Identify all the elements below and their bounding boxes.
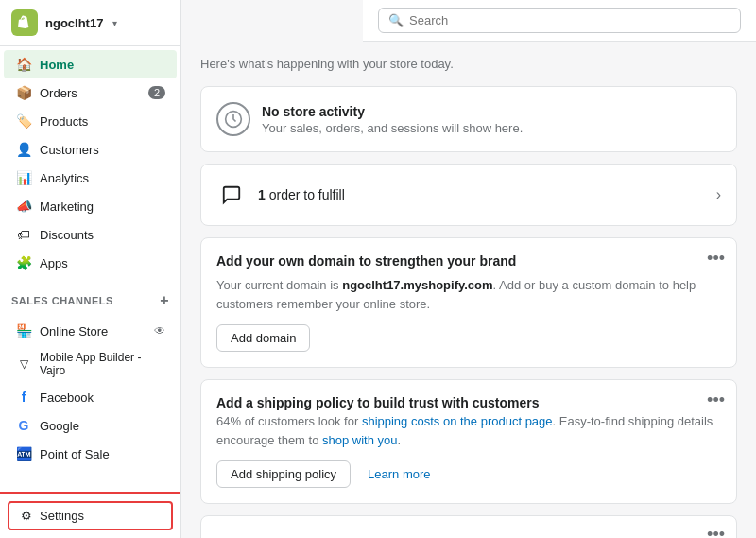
domain-card-title: Add your own domain to strengthen your b… [216, 253, 721, 269]
store-name: ngoclht17 [45, 16, 103, 30]
orders-icon: 📦 [15, 84, 32, 101]
order-chevron-icon: › [716, 186, 721, 203]
shipping-costs-link[interactable]: shipping costs on the product page [362, 414, 553, 428]
sales-channels-title: Sales channels [11, 295, 113, 306]
sidebar-item-orders[interactable]: 📦 Orders 2 [4, 78, 177, 107]
sidebar-item-products[interactable]: 🏷️ Products [4, 107, 177, 135]
shipping-card-desc: 64% of customers look for shipping costs… [216, 412, 721, 449]
sidebar-label-google: Google [40, 419, 165, 433]
sidebar-label-mobile-app: Mobile App Builder - Vajro [40, 351, 165, 377]
sidebar-item-home[interactable]: 🏠 Home [4, 50, 177, 78]
add-channel-icon[interactable]: + [160, 292, 169, 309]
sidebar-item-google[interactable]: G Google [4, 411, 177, 440]
sidebar-item-apps[interactable]: 🧩 Apps [4, 249, 177, 277]
activity-spinner-icon [216, 102, 250, 136]
main-content: Here's what's happening with your store … [181, 42, 756, 538]
main-nav: 🏠 Home 📦 Orders 2 🏷️ Products 👤 Customer… [0, 46, 180, 281]
bottom-card-menu-icon[interactable]: ••• [707, 526, 725, 538]
domain-name: ngoclht17.myshopify.com [342, 278, 492, 292]
customers-icon: 👤 [15, 141, 32, 158]
products-icon: 🏷️ [15, 113, 32, 130]
learn-more-link[interactable]: Learn more [358, 461, 439, 487]
sidebar-item-mobile-app[interactable]: ▽ Mobile App Builder - Vajro [4, 345, 177, 383]
shipping-desc-prefix: 64% of customers look for [216, 414, 362, 428]
sidebar-label-marketing: Marketing [40, 200, 165, 214]
analytics-icon: 📊 [15, 169, 32, 186]
sidebar-footer: ⚙ Settings [0, 492, 180, 538]
shipping-desc-suffix: . [398, 433, 402, 447]
sidebar-label-home: Home [40, 58, 165, 72]
sidebar-label-products: Products [40, 114, 165, 129]
sidebar-item-customers[interactable]: 👤 Customers [4, 135, 177, 164]
sales-channels-section: Sales channels + [0, 281, 180, 313]
order-fulfill-text: 1 order to fulfill [258, 187, 705, 202]
domain-card-menu-icon[interactable]: ••• [707, 250, 725, 267]
discounts-icon: 🏷 [15, 226, 32, 243]
sidebar-label-orders: Orders [40, 86, 141, 100]
online-store-icon: 🏪 [15, 322, 32, 339]
topbar: 🔍 [363, 0, 756, 42]
page-subtitle: Here's what's happening with your store … [200, 57, 737, 71]
sidebar-label-point-of-sale: Point of Sale [40, 447, 165, 461]
sidebar-label-discounts: Discounts [40, 228, 165, 242]
settings-item[interactable]: ⚙ Settings [8, 501, 173, 530]
search-icon: 🔍 [388, 13, 404, 27]
add-domain-button[interactable]: Add domain [216, 324, 310, 352]
sidebar-label-customers: Customers [40, 143, 165, 157]
domain-card-desc: Your current domain is ngoclht17.myshopi… [216, 276, 721, 313]
facebook-icon: f [15, 389, 32, 406]
sidebar-item-point-of-sale[interactable]: 🏧 Point of Sale [4, 440, 177, 468]
order-count: 1 [258, 187, 266, 202]
no-activity-desc: Your sales, orders, and sessions will sh… [262, 121, 523, 135]
sidebar-label-apps: Apps [40, 256, 165, 270]
settings-icon: ⚙ [21, 509, 32, 523]
sidebar-label-facebook: Facebook [40, 390, 165, 405]
point-of-sale-icon: 🏧 [15, 445, 32, 462]
sidebar-label-analytics: Analytics [40, 171, 165, 185]
sidebar-item-online-store[interactable]: 🏪 Online Store 👁 [4, 317, 177, 345]
shipping-card: ••• Add a shipping policy to build trust… [200, 379, 737, 504]
channels-nav: 🏪 Online Store 👁 ▽ Mobile App Builder - … [0, 313, 180, 472]
orders-badge: 2 [148, 86, 165, 99]
sidebar-label-online-store: Online Store [40, 324, 146, 338]
settings-label: Settings [40, 509, 84, 523]
bottom-card: ••• [200, 515, 737, 538]
order-fulfill-icon [216, 180, 247, 210]
add-shipping-policy-button[interactable]: Add shipping policy [216, 460, 351, 488]
search-input[interactable] [409, 13, 730, 27]
domain-desc-prefix: Your current domain is [216, 278, 342, 292]
shop-with-you-link[interactable]: shop with you [322, 433, 398, 447]
no-activity-card: No store activity Your sales, orders, an… [200, 86, 737, 152]
domain-card: ••• Add your own domain to strengthen yo… [200, 237, 737, 368]
sidebar-item-marketing[interactable]: 📣 Marketing [4, 192, 177, 220]
sidebar-item-analytics[interactable]: 📊 Analytics [4, 164, 177, 192]
apps-icon: 🧩 [15, 254, 32, 271]
shipping-card-title: Add a shipping policy to build trust wit… [216, 395, 721, 410]
shipping-card-menu-icon[interactable]: ••• [707, 391, 725, 408]
mobile-app-icon: ▽ [15, 356, 32, 373]
online-store-settings-icon[interactable]: 👁 [154, 324, 165, 338]
google-icon: G [15, 417, 32, 434]
order-fulfill-card[interactable]: 1 order to fulfill › [200, 164, 737, 226]
store-dropdown-icon[interactable]: ▾ [112, 18, 117, 28]
marketing-icon: 📣 [15, 198, 32, 215]
sidebar-item-discounts[interactable]: 🏷 Discounts [4, 220, 177, 249]
order-suffix: order to fulfill [269, 187, 345, 202]
search-box[interactable]: 🔍 [378, 8, 741, 33]
no-activity-title: No store activity [262, 104, 523, 119]
sidebar: ngoclht17 ▾ 🏠 Home 📦 Orders 2 🏷️ Product… [0, 0, 181, 538]
store-header[interactable]: ngoclht17 ▾ [0, 0, 180, 46]
home-icon: 🏠 [15, 56, 32, 73]
sidebar-item-facebook[interactable]: f Facebook [4, 383, 177, 411]
shopify-logo [11, 9, 38, 36]
